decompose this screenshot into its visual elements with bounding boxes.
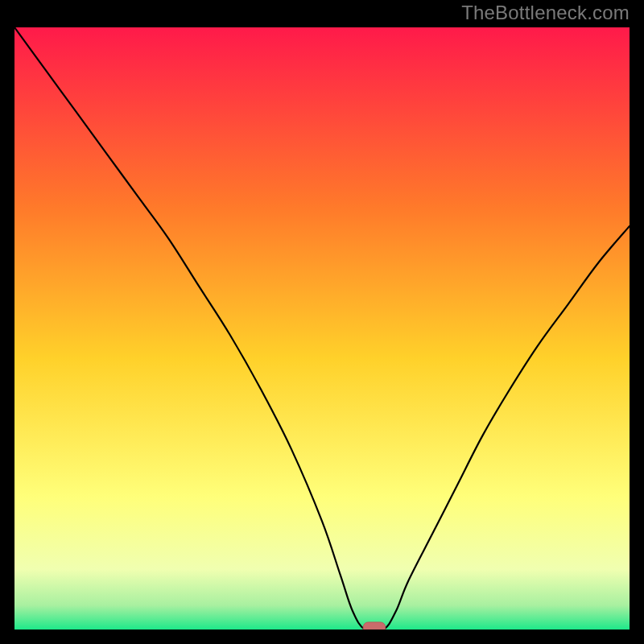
watermark-text: TheBottleneck.com bbox=[461, 2, 630, 24]
optimal-marker bbox=[363, 622, 386, 630]
gradient-background bbox=[14, 27, 630, 630]
chart-frame: TheBottleneck.com bbox=[0, 0, 644, 644]
bottleneck-chart bbox=[14, 27, 630, 630]
plot-area bbox=[14, 27, 630, 630]
